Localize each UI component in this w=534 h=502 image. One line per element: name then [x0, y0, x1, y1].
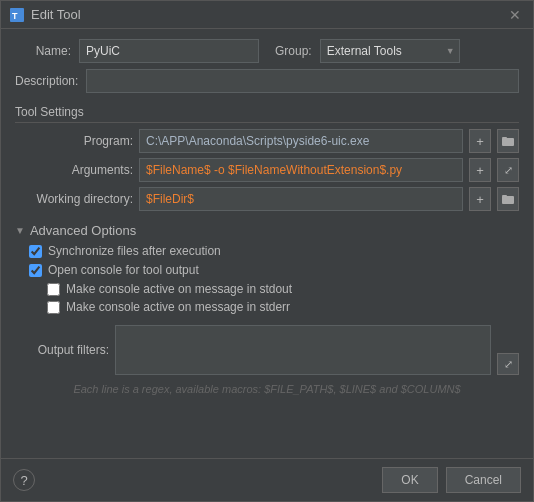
program-label: Program:	[23, 134, 133, 148]
program-add-button[interactable]: +	[469, 129, 491, 153]
svg-rect-5	[502, 195, 507, 197]
sync-files-checkbox[interactable]	[29, 245, 42, 258]
working-dir-add-button[interactable]: +	[469, 187, 491, 211]
description-input[interactable]	[86, 69, 519, 93]
working-dir-label: Working directory:	[23, 192, 133, 206]
name-group-row: Name: Group: External Tools Other Tools	[15, 39, 519, 63]
svg-rect-4	[502, 196, 514, 204]
expand-icon-2: ⤢	[504, 358, 513, 371]
group-label: Group:	[275, 44, 312, 58]
open-console-checkbox[interactable]	[29, 264, 42, 277]
ok-button[interactable]: OK	[382, 467, 437, 493]
stdout-checkbox[interactable]	[47, 283, 60, 296]
open-console-label: Open console for tool output	[48, 263, 199, 277]
folder-icon-2	[501, 192, 515, 206]
title-bar-left: T Edit Tool	[9, 7, 81, 23]
stdout-row: Make console active on message in stdout	[47, 282, 519, 296]
edit-tool-dialog: T Edit Tool ✕ Name: Group: External Tool…	[0, 0, 534, 502]
sync-files-label: Synchronize files after execution	[48, 244, 221, 258]
working-dir-input[interactable]	[139, 187, 463, 211]
svg-rect-2	[502, 138, 514, 146]
name-input[interactable]	[79, 39, 259, 63]
svg-text:T: T	[12, 11, 18, 21]
hint-text: Each line is a regex, available macros: …	[15, 383, 519, 395]
open-console-row: Open console for tool output	[29, 263, 519, 277]
tool-settings: Program: + Arguments: + ⤢	[15, 129, 519, 211]
program-folder-button[interactable]	[497, 129, 519, 153]
help-button[interactable]: ?	[13, 469, 35, 491]
tool-settings-label: Tool Settings	[15, 103, 519, 123]
program-row: Program: +	[23, 129, 519, 153]
dialog-body: Name: Group: External Tools Other Tools …	[1, 29, 533, 458]
stdout-label: Make console active on message in stdout	[66, 282, 292, 296]
chevron-icon: ▼	[15, 225, 25, 236]
close-button[interactable]: ✕	[505, 5, 525, 25]
output-expand-button[interactable]: ⤢	[497, 353, 519, 375]
svg-rect-3	[502, 137, 507, 139]
name-label: Name:	[15, 44, 71, 58]
footer-left: ?	[13, 469, 35, 491]
expand-icon: ⤢	[504, 164, 513, 177]
output-filters-label: Output filters:	[29, 343, 109, 357]
advanced-label: Advanced Options	[30, 223, 136, 238]
arguments-expand-button[interactable]: ⤢	[497, 158, 519, 182]
output-filters-row: Output filters: ⤢	[29, 325, 519, 375]
arguments-input[interactable]	[139, 158, 463, 182]
stderr-checkbox[interactable]	[47, 301, 60, 314]
working-dir-row: Working directory: +	[23, 187, 519, 211]
description-label: Description:	[15, 74, 78, 88]
arguments-label: Arguments:	[23, 163, 133, 177]
stderr-label: Make console active on message in stderr	[66, 300, 290, 314]
advanced-options: Synchronize files after execution Open c…	[15, 244, 519, 375]
working-dir-folder-button[interactable]	[497, 187, 519, 211]
dialog-footer: ? OK Cancel	[1, 458, 533, 501]
group-select-wrapper: External Tools Other Tools	[320, 39, 460, 63]
sub-options: Make console active on message in stdout…	[29, 282, 519, 314]
stderr-row: Make console active on message in stderr	[47, 300, 519, 314]
arguments-row: Arguments: + ⤢	[23, 158, 519, 182]
title-bar: T Edit Tool ✕	[1, 1, 533, 29]
arguments-add-button[interactable]: +	[469, 158, 491, 182]
group-select[interactable]: External Tools Other Tools	[320, 39, 460, 63]
footer-right: OK Cancel	[382, 467, 521, 493]
description-row: Description:	[15, 69, 519, 93]
cancel-button[interactable]: Cancel	[446, 467, 521, 493]
output-filters-input[interactable]	[115, 325, 491, 375]
folder-icon	[501, 134, 515, 148]
advanced-section: ▼ Advanced Options Synchronize files aft…	[15, 223, 519, 375]
sync-files-row: Synchronize files after execution	[29, 244, 519, 258]
tool-icon: T	[9, 7, 25, 23]
dialog-title: Edit Tool	[31, 7, 81, 22]
program-input[interactable]	[139, 129, 463, 153]
advanced-header[interactable]: ▼ Advanced Options	[15, 223, 519, 238]
